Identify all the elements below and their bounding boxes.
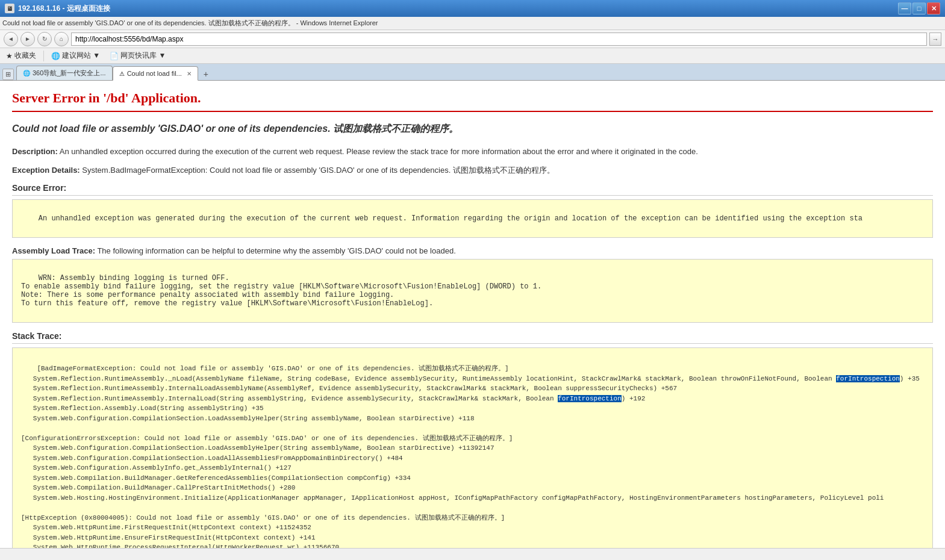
assembly-load-label: Assembly Load Trace: The following infor… [12,246,933,255]
page-icon: 📄 [110,52,119,60]
star-icon: ★ [6,52,13,60]
status-bar [0,548,945,560]
window-controls: — □ ✕ [898,2,940,14]
forward-button[interactable]: ► [20,32,35,46]
web-snippets-label: 网页快讯库 ▼ [120,51,166,61]
address-input[interactable] [71,33,927,46]
home-button[interactable]: ⌂ [54,32,69,46]
browser-menubar: Could not load file or assembly 'GIS.DAO… [0,17,945,30]
tab-error-label: Could not load fil... [127,70,182,77]
favorites-bar: ★ 收藏夹 🌐 建议网站 ▼ 📄 网页快讯库 ▼ [0,48,945,64]
assembly-load-desc: The following information can be helpful… [97,246,455,255]
source-error-label: Source Error: [12,183,933,196]
assembly-load-box: WRN: Assembly binding logging is turned … [12,259,933,323]
window-titlebar: 🖥 192.168.1.16 - 远程桌面连接 — □ ✕ [0,0,945,17]
maximize-button[interactable]: □ [912,2,926,14]
tab-bar: ⊞ 🌐 360导航_新一代安全上... ⚠ Could not load fil… [0,64,945,81]
description-section: Description: An unhandled exception occu… [12,146,933,158]
tab-error-icon: ⚠ [119,70,125,77]
assembly-load-text: WRN: Assembly binding logging is turned … [21,274,541,308]
window-title: 192.168.1.16 - 远程桌面连接 [18,4,898,14]
exception-label: Exception Details: [12,166,80,175]
description-label: Description: [12,147,58,156]
web-snippets[interactable]: 📄 网页快讯库 ▼ [107,49,168,62]
error-heading: Could not load file or assembly 'GIS.DAO… [12,122,933,136]
suggested-sites-label: 建议网站 ▼ [62,51,100,61]
address-bar: ◄ ► ↻ ⌂ → [0,30,945,48]
suggested-sites[interactable]: 🌐 建议网站 ▼ [49,49,102,62]
favorites-button[interactable]: ★ 收藏夹 [4,49,39,62]
exception-details-section: Exception Details: System.BadImageFormat… [12,164,933,177]
back-button[interactable]: ◄ [4,32,18,46]
page-title: Server Error in '/bd' Application. [12,90,933,112]
exception-text: System.BadImageFormatException: Could no… [82,166,555,175]
tab-360-label: 360导航_新一代安全上... [33,69,106,78]
window-icon: 🖥 [5,4,14,13]
refresh-button[interactable]: ↻ [37,32,52,46]
source-code-box: An unhandled exception was generated dur… [12,199,933,238]
tab-grid-button[interactable]: ⊞ [2,69,14,80]
page-content: Server Error in '/bd' Application. Could… [0,81,945,548]
assembly-load-heading: Assembly Load Trace: [12,246,95,255]
tab-error[interactable]: ⚠ Could not load fil... ✕ [113,66,198,81]
go-button[interactable]: → [929,33,941,46]
new-tab-button[interactable]: + [199,68,213,80]
globe-icon: 🌐 [51,52,60,60]
browser-title: Could not load file or assembly 'GIS.DAO… [2,19,378,28]
tab-360-icon: 🌐 [23,70,30,76]
source-code-text: An unhandled exception was generated dur… [39,214,862,223]
highlight-span: forIntrospection [558,395,622,402]
fav-separator-1 [43,51,44,61]
highlight-span: forIntrospection [836,375,900,382]
stack-trace-box: [BadImageFormatException: Could not load… [12,347,933,548]
close-button[interactable]: ✕ [927,2,940,14]
description-text: An unhandled exception occurred during t… [60,147,698,156]
stack-trace-text: [BadImageFormatException: Could not load… [21,365,920,548]
minimize-button[interactable]: — [898,2,911,14]
tab-close-button[interactable]: ✕ [187,70,192,77]
favorites-label: 收藏夹 [14,51,36,61]
tab-360[interactable]: 🌐 360导航_新一代安全上... [16,66,113,80]
stack-trace-label: Stack Trace: [12,331,933,344]
